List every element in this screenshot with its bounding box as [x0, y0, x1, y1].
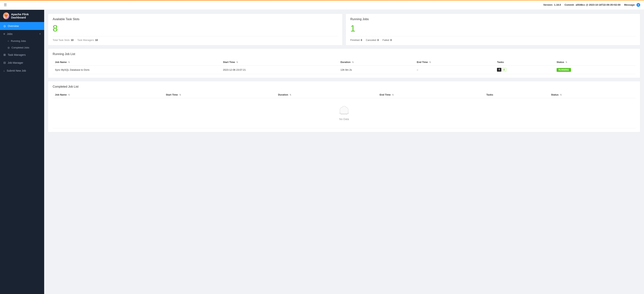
running-jobs-footer: Finished 0 Canceled 0 Failed 0	[350, 36, 636, 41]
csort-job-name-icon: ⇅	[68, 94, 70, 96]
th-job-name[interactable]: Job Name ⇅	[53, 59, 221, 66]
completed-jobs-icon: ◎	[8, 46, 10, 49]
submit-new-job-icon: ↓	[4, 69, 5, 72]
version-value: 1.18.0	[554, 3, 561, 6]
running-job-list-card: Running Job List Job Name ⇅ Start Time ⇅…	[48, 48, 640, 78]
available-slots-footer: Total Task Slots 10 Task Managers 10	[53, 36, 338, 41]
completed-job-list-title: Completed Job List	[53, 85, 636, 88]
jobs-icon: ≡	[4, 32, 5, 35]
orange-bar	[0, 0, 644, 0]
canceled-label: Canceled	[366, 39, 376, 41]
total-slots-group: Total Task Slots 10	[53, 39, 74, 41]
running-jobs-icon: ○	[8, 40, 9, 42]
message-label: Message:	[624, 3, 635, 6]
duration-cell: 13h 9m 2s	[338, 66, 414, 74]
th-tasks[interactable]: Tasks	[495, 59, 554, 66]
task-managers-group: Task Managers 10	[78, 39, 98, 41]
message-badge[interactable]: 0	[636, 3, 640, 7]
sidebar-item-running-jobs[interactable]: ○ Running Jobs	[0, 38, 44, 44]
total-slots-label: Total Task Slots	[53, 39, 70, 41]
sort-end-time-icon: ⇅	[429, 61, 431, 63]
top-bar-left: ☰	[4, 3, 7, 7]
cth-job-name[interactable]: Job Name ⇅	[53, 91, 164, 98]
cth-status[interactable]: Status ⇅	[549, 91, 636, 98]
job-manager-icon: ⊟	[4, 61, 6, 64]
no-data-icon	[338, 106, 350, 116]
sidebar-item-completed-jobs[interactable]: ◎ Completed Jobs	[0, 44, 44, 51]
running-jobs-number: 1	[350, 23, 636, 33]
status-cell: RUNNING	[554, 66, 636, 74]
tasks-green-badge: 4	[502, 68, 506, 72]
cth-end-time[interactable]: End Time ⇅	[377, 91, 484, 98]
task-managers-icon: ⊞	[4, 53, 6, 57]
canceled-group: Canceled 0	[366, 39, 378, 41]
sort-status-icon: ⇅	[566, 61, 567, 63]
hamburger-icon[interactable]: ☰	[4, 3, 7, 7]
logo-text: Apache Flink Dashboard	[11, 13, 41, 19]
sidebar-item-job-manager[interactable]: ⊟ Job Manager	[0, 59, 44, 67]
th-end-time[interactable]: End Time ⇅	[414, 59, 495, 66]
available-task-slots-card: Available Task Slots 8 Total Task Slots …	[48, 13, 342, 45]
commit-label: Commit:	[564, 3, 574, 6]
task-badges: 4 4	[497, 68, 552, 72]
sidebar-item-task-managers[interactable]: ⊞ Task Managers	[0, 51, 44, 59]
start-time-cell: 2023-12-06 23:07:21	[221, 66, 338, 74]
csort-duration-icon: ⇅	[290, 94, 291, 96]
sidebar-item-overview-label: Overview	[8, 24, 41, 27]
available-slots-title: Available Task Slots	[53, 17, 338, 21]
cth-start-time[interactable]: Start Time ⇅	[164, 91, 276, 98]
th-duration[interactable]: Duration ⇅	[338, 59, 414, 66]
sort-duration-icon: ⇅	[352, 61, 354, 63]
tasks-dark-badge: 4	[497, 68, 501, 72]
completed-jobs-table: Job Name ⇅ Start Time ⇅ Duration ⇅ End T…	[53, 91, 636, 128]
finished-group: Finished 0	[350, 39, 362, 41]
failed-value: 0	[390, 39, 392, 41]
total-slots-value: 10	[71, 39, 74, 41]
running-jobs-table-body: Sync MySQL Database to Doris 2023-12-06 …	[53, 66, 636, 74]
cth-duration[interactable]: Duration ⇅	[276, 91, 377, 98]
finished-label: Finished	[350, 39, 360, 41]
csort-status-icon: ⇅	[560, 94, 562, 96]
sidebar-item-completed-jobs-label: Completed Jobs	[12, 46, 29, 49]
layout: 🦊 Apache Flink Dashboard ◎ Overview ≡ Jo…	[0, 10, 644, 294]
stats-row: Available Task Slots 8 Total Task Slots …	[48, 13, 640, 45]
th-status[interactable]: Status ⇅	[554, 59, 636, 66]
finished-value: 0	[361, 39, 362, 41]
sidebar-item-job-manager-label: Job Manager	[8, 61, 41, 64]
failed-label: Failed	[382, 39, 389, 41]
running-jobs-card: Running Jobs 1 Finished 0 Canceled 0 Fai…	[346, 13, 640, 45]
end-time-cell: –	[414, 66, 495, 74]
available-slots-number: 8	[53, 23, 338, 33]
sidebar-item-running-jobs-label: Running Jobs	[11, 40, 26, 42]
overview-icon: ◎	[4, 24, 6, 28]
csort-start-time-icon: ⇅	[179, 94, 181, 96]
running-jobs-table: Job Name ⇅ Start Time ⇅ Duration ⇅ End T…	[53, 59, 636, 74]
job-name-cell: Sync MySQL Database to Doris	[53, 66, 221, 74]
sidebar: 🦊 Apache Flink Dashboard ◎ Overview ≡ Jo…	[0, 10, 44, 294]
sidebar-item-submit-new-job-label: Submit New Job	[7, 69, 41, 72]
running-jobs-table-header: Job Name ⇅ Start Time ⇅ Duration ⇅ End T…	[53, 59, 636, 66]
completed-job-list-card: Completed Job List Job Name ⇅ Start Time…	[48, 81, 640, 132]
completed-jobs-table-header: Job Name ⇅ Start Time ⇅ Duration ⇅ End T…	[53, 91, 636, 98]
sidebar-logo: 🦊 Apache Flink Dashboard	[0, 10, 44, 22]
logo-icon: 🦊	[3, 12, 9, 19]
sidebar-item-task-managers-label: Task Managers	[8, 53, 41, 56]
top-bar-right: Version: 1.18.0 Commit: a5548cc @ 2023-1…	[543, 3, 640, 7]
no-data-row: No Data	[53, 98, 636, 128]
completed-jobs-table-body: No Data	[53, 98, 636, 128]
th-start-time[interactable]: Start Time ⇅	[221, 59, 338, 66]
table-row[interactable]: Sync MySQL Database to Doris 2023-12-06 …	[53, 66, 636, 74]
tasks-cell: 4 4	[495, 66, 554, 74]
status-running-badge: RUNNING	[556, 68, 571, 72]
no-data-container: No Data	[53, 98, 636, 128]
sidebar-item-overview[interactable]: ◎ Overview	[0, 22, 44, 30]
failed-group: Failed 0	[382, 39, 392, 41]
sidebar-item-jobs[interactable]: ≡ Jobs ∧	[0, 30, 44, 38]
no-data-text: No Data	[339, 118, 349, 121]
sort-start-time-icon: ⇅	[236, 61, 238, 63]
top-bar: ☰ Version: 1.18.0 Commit: a5548cc @ 2023…	[0, 0, 644, 10]
version-label: Version:	[543, 3, 553, 6]
sidebar-item-submit-new-job[interactable]: ↓ Submit New Job	[0, 67, 44, 74]
canceled-value: 0	[377, 39, 378, 41]
cth-tasks[interactable]: Tasks	[484, 91, 549, 98]
